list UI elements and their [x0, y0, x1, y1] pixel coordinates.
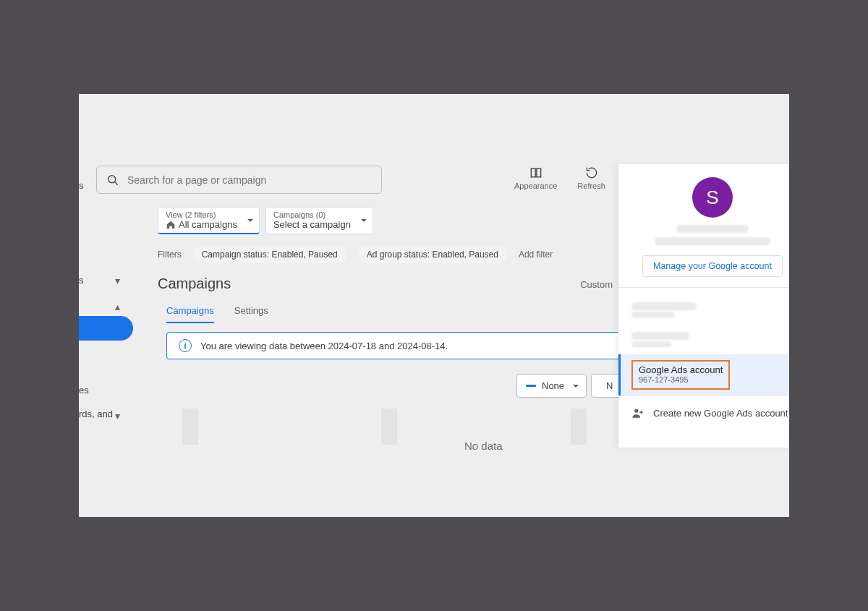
- search-input[interactable]: [127, 174, 373, 186]
- search-box[interactable]: [96, 166, 382, 194]
- sidebar-frag-text: rds, and: [79, 409, 113, 419]
- caret-down-icon: [247, 219, 253, 222]
- view-dropdown-value: All campaigns: [179, 219, 237, 230]
- view-dropdown-top: View (2 filters): [166, 210, 237, 219]
- caret-down-icon: [361, 219, 367, 222]
- refresh-icon: [584, 166, 599, 180]
- filters-row: Filters Campaign status: Enabled, Paused…: [158, 246, 553, 263]
- series-blue-icon: [526, 385, 536, 387]
- metric-1-value: None: [542, 380, 564, 391]
- campaign-dropdown-value: Select a campaign: [273, 219, 351, 230]
- tab-settings[interactable]: Settings: [234, 305, 268, 323]
- add-filter-button[interactable]: Add filter: [519, 249, 553, 260]
- filter-chip-adgroup-status[interactable]: Ad group status: Enabled, Paused: [358, 246, 507, 263]
- appearance-label: Appearance: [514, 181, 557, 190]
- sidebar-frag-text: es: [79, 385, 89, 396]
- svg-point-0: [109, 175, 116, 182]
- account-item[interactable]: [618, 325, 789, 354]
- tab-bar: Campaigns Settings: [166, 305, 268, 323]
- daterange-mode-label: Custom: [580, 279, 613, 290]
- redacted-name: [676, 225, 749, 233]
- scope-dropdown-row: View (2 filters) All campaigns Campaigns…: [158, 207, 373, 234]
- svg-rect-2: [531, 168, 535, 177]
- tab-campaigns[interactable]: Campaigns: [166, 305, 214, 323]
- filter-chip-campaign-status[interactable]: Campaign status: Enabled, Paused: [193, 246, 346, 263]
- info-text: You are viewing data between 2024-07-18 …: [200, 341, 448, 351]
- page-title: Campaigns: [158, 275, 231, 292]
- create-account-button[interactable]: Create new Google Ads account: [618, 396, 789, 430]
- highlighted-account-box: Google Ads account 967-127-3495: [631, 360, 730, 390]
- account-panel: S Manage your Google account Google Ads …: [618, 164, 789, 448]
- avatar[interactable]: S: [692, 177, 733, 218]
- svg-rect-3: [536, 168, 540, 177]
- person-add-icon: [631, 406, 644, 419]
- home-icon: [166, 220, 176, 230]
- sidebar-frag-text: s: [79, 275, 84, 286]
- appearance-button[interactable]: Appearance: [514, 166, 557, 190]
- manage-account-button[interactable]: Manage your Google account: [642, 255, 783, 277]
- sidebar-frag-text: s: [79, 180, 84, 191]
- account-item[interactable]: [618, 295, 789, 325]
- sidebar-active-pill[interactable]: [79, 316, 133, 341]
- chevron-up-icon[interactable]: ▴: [115, 301, 120, 312]
- create-account-label: Create new Google Ads account: [653, 408, 788, 419]
- search-icon: [106, 173, 120, 187]
- chart-placeholder-bar: [381, 409, 397, 445]
- campaign-dropdown[interactable]: Campaigns (0) Select a campaign: [265, 207, 373, 234]
- account-list: Google Ads account 967-127-3495: [618, 288, 789, 396]
- metric-selector-1[interactable]: None: [516, 374, 587, 398]
- account-item-selected[interactable]: Google Ads account 967-127-3495: [618, 354, 789, 396]
- refresh-label: Refresh: [577, 181, 605, 190]
- account-title: Google Ads account: [639, 364, 723, 375]
- chart-placeholder-bar: [571, 409, 587, 445]
- campaign-dropdown-top: Campaigns (0): [273, 210, 351, 219]
- sidebar-fragment: s s ▾ ▴ es rds, and ▾: [79, 94, 122, 517]
- chevron-down-icon[interactable]: ▾: [115, 410, 120, 422]
- view-dropdown-bottom: All campaigns: [166, 219, 237, 230]
- filters-label: Filters: [158, 249, 182, 260]
- chart-placeholder-bar: [182, 409, 198, 445]
- metric-2-value: N: [606, 380, 613, 391]
- view-dropdown[interactable]: View (2 filters) All campaigns: [158, 207, 260, 234]
- app-frame: s s ▾ ▴ es rds, and ▾ Appearance Refresh…: [79, 94, 789, 517]
- caret-down-icon: [573, 385, 579, 388]
- redacted-email: [655, 237, 770, 245]
- svg-line-1: [115, 181, 118, 184]
- svg-point-6: [634, 409, 638, 412]
- account-id: 967-127-3495: [639, 375, 723, 384]
- chevron-down-icon[interactable]: ▾: [115, 275, 120, 286]
- no-data-label: No data: [464, 440, 503, 452]
- info-icon: i: [179, 339, 192, 352]
- appearance-icon: [529, 166, 543, 180]
- refresh-button[interactable]: Refresh: [577, 166, 605, 190]
